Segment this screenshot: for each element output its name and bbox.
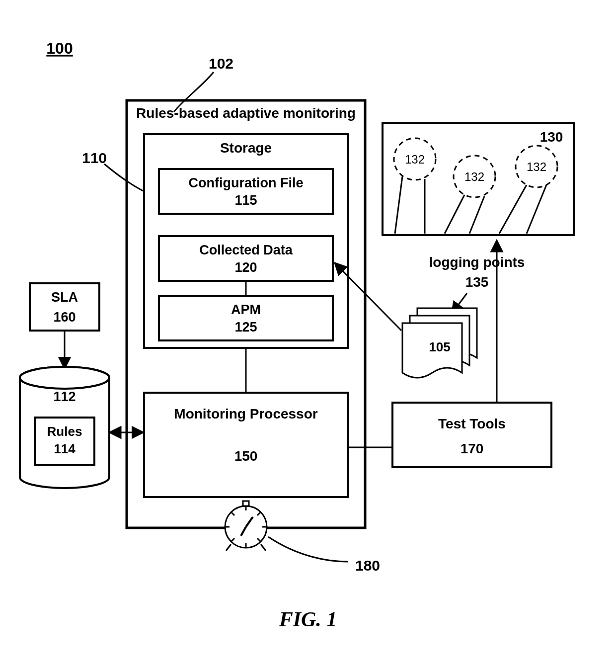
svg-line-9 xyxy=(499,185,527,234)
leader-180 xyxy=(268,537,348,562)
apm-title: APM xyxy=(231,302,261,317)
callout-112: 112 xyxy=(53,389,76,404)
apm-num: 125 xyxy=(234,320,257,335)
collected-data-title: Collected Data xyxy=(199,243,293,257)
callout-130: 130 xyxy=(540,129,563,145)
svg-line-10 xyxy=(527,185,546,234)
svg-line-7 xyxy=(445,195,464,234)
rules-num: 114 xyxy=(54,441,76,456)
svg-line-5 xyxy=(395,176,402,234)
svg-line-23 xyxy=(226,544,231,551)
callout-180: 180 xyxy=(355,557,380,574)
leader-110 xyxy=(104,164,144,191)
svg-line-24 xyxy=(261,544,266,551)
config-file-num: 115 xyxy=(234,193,257,208)
callout-102: 102 xyxy=(209,55,233,72)
cloud-node-label-2: 132 xyxy=(464,170,484,183)
clock-icon xyxy=(225,501,267,551)
svg-rect-22 xyxy=(243,501,249,506)
sla-num: 160 xyxy=(53,310,76,325)
sla-title: SLA xyxy=(51,290,78,305)
config-file-title: Configuration File xyxy=(189,175,304,190)
cloud-node-leads xyxy=(395,176,546,234)
docs-num: 105 xyxy=(429,339,450,354)
rules-title: Rules xyxy=(47,424,82,439)
monitor-num: 150 xyxy=(234,448,258,464)
figure-caption: FIG. 1 xyxy=(279,608,337,631)
logging-points-num: 135 xyxy=(465,274,489,290)
logging-points-label: logging points xyxy=(429,254,525,270)
callout-110: 110 xyxy=(82,150,107,166)
svg-line-8 xyxy=(469,196,484,234)
test-tools-box xyxy=(392,403,551,467)
monitor-title: Monitoring Processor xyxy=(174,406,317,421)
arrow-docs-collected xyxy=(335,263,401,331)
test-tools-num: 170 xyxy=(461,441,484,456)
test-tools-title: Test Tools xyxy=(438,416,506,431)
cloud-node-label-3: 132 xyxy=(527,160,546,173)
diagram-canvas: 100 102 Rules-based adaptive monitoring … xyxy=(0,0,616,672)
figure-id-label: 100 xyxy=(46,39,73,57)
collected-data-num: 120 xyxy=(234,260,257,275)
cloud-node-label-1: 132 xyxy=(405,153,425,166)
storage-title: Storage xyxy=(220,140,272,156)
svg-point-1 xyxy=(20,367,109,389)
system-title: Rules-based adaptive monitoring xyxy=(136,105,356,121)
